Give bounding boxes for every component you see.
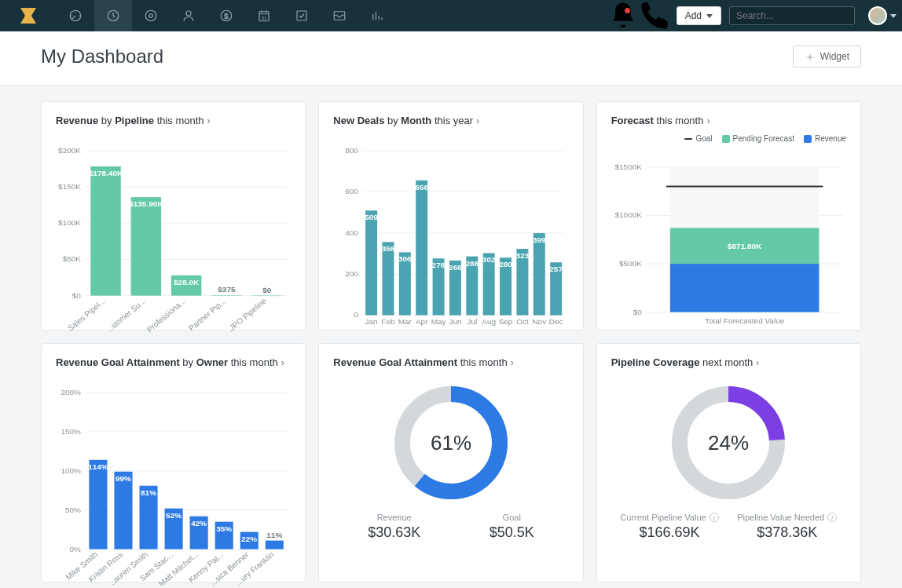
svg-text:$150K: $150K bbox=[58, 182, 81, 191]
svg-text:$178.40K: $178.40K bbox=[89, 169, 123, 177]
svg-text:$1000K: $1000K bbox=[614, 211, 642, 220]
svg-text:600: 600 bbox=[346, 187, 359, 195]
svg-rect-51 bbox=[383, 242, 394, 315]
logo[interactable] bbox=[0, 0, 57, 31]
add-widget-button[interactable]: ＋ Widget bbox=[793, 46, 861, 68]
metric-value: $378.36K bbox=[757, 524, 817, 541]
svg-rect-111 bbox=[114, 472, 132, 550]
phone-icon[interactable] bbox=[639, 0, 670, 31]
metric-label: Pipeline Value Neededi bbox=[737, 513, 837, 522]
svg-text:Feb: Feb bbox=[382, 317, 396, 326]
svg-text:31: 31 bbox=[262, 16, 267, 20]
svg-text:61%: 61% bbox=[431, 431, 471, 455]
svg-text:306: 306 bbox=[398, 254, 412, 263]
svg-text:Dec: Dec bbox=[549, 317, 563, 326]
avatar bbox=[868, 6, 887, 25]
nav-dashboard-icon[interactable] bbox=[57, 0, 94, 31]
add-widget-label: Widget bbox=[820, 51, 849, 62]
widget-title[interactable]: Pipeline Coverage next month › bbox=[611, 356, 846, 368]
svg-text:Jul: Jul bbox=[468, 317, 478, 326]
widget-rga-total: Revenue Goal Attainment this month › 61%… bbox=[318, 343, 583, 583]
widget-pipeline-coverage: Pipeline Coverage next month › 24% Curre… bbox=[596, 343, 861, 583]
svg-text:35%: 35% bbox=[216, 524, 232, 533]
bar-chart: 0%50%100%150%200%114%Mike Smith99%Kristi… bbox=[56, 387, 291, 586]
widget-rga-by-owner: Revenue Goal Attainment by Owner this mo… bbox=[41, 343, 306, 583]
svg-text:0%: 0% bbox=[70, 545, 82, 553]
nav-dollar-icon[interactable] bbox=[207, 0, 245, 31]
add-button[interactable]: Add bbox=[676, 6, 721, 25]
svg-text:...JPO Pipeline: ...JPO Pipeline bbox=[222, 296, 268, 332]
nav-inbox-icon[interactable] bbox=[321, 0, 358, 31]
svg-text:99%: 99% bbox=[116, 474, 131, 483]
metric: Pipeline Value Neededi $378.36K bbox=[737, 513, 837, 541]
donut-chart: 24% bbox=[662, 376, 795, 509]
chevron-right-icon: › bbox=[706, 115, 710, 126]
svg-text:May: May bbox=[431, 317, 446, 326]
forecast-legend: Goal Pending Forecast Revenue bbox=[611, 134, 846, 143]
nav-profile-icon[interactable] bbox=[170, 0, 207, 31]
svg-text:$871.80K: $871.80K bbox=[728, 243, 762, 251]
dashboard-grid: Revenue by Pipeline this month › $0$50K$… bbox=[0, 86, 902, 588]
chevron-right-icon: › bbox=[511, 357, 514, 368]
notification-badge bbox=[625, 8, 630, 13]
svg-text:$50K: $50K bbox=[63, 254, 82, 263]
svg-rect-57 bbox=[416, 181, 428, 316]
bar-chart: 0200400600800509Jan356Feb306Mar656Apr276… bbox=[333, 145, 568, 332]
svg-rect-93 bbox=[669, 264, 819, 312]
svg-text:323: 323 bbox=[516, 251, 530, 260]
info-icon[interactable]: i bbox=[710, 513, 719, 522]
svg-text:266: 266 bbox=[449, 263, 462, 272]
svg-text:200%: 200% bbox=[60, 388, 81, 396]
search-box[interactable] bbox=[729, 6, 855, 25]
svg-text:$0: $0 bbox=[262, 286, 272, 294]
nav-calendar-icon[interactable]: 31 bbox=[245, 0, 283, 31]
metric: Current Pipeline Valuei $166.69K bbox=[620, 513, 718, 541]
chevron-down-icon bbox=[706, 14, 713, 18]
svg-text:...stomer Su...: ...stomer Su... bbox=[104, 297, 148, 333]
svg-text:257: 257 bbox=[550, 265, 563, 273]
notifications-icon[interactable] bbox=[607, 0, 639, 31]
search-input[interactable] bbox=[736, 10, 854, 21]
svg-text:11%: 11% bbox=[266, 531, 282, 539]
svg-text:Jan: Jan bbox=[365, 317, 378, 326]
metric-label: Revenue bbox=[377, 513, 412, 522]
page-header: My Dashboard ＋ Widget bbox=[0, 31, 902, 86]
svg-text:Nov: Nov bbox=[533, 317, 547, 326]
widget-forecast: Forecast this month › Goal Pending Forec… bbox=[596, 101, 861, 331]
widget-title[interactable]: Revenue Goal Attainment by Owner this mo… bbox=[56, 356, 291, 368]
metric-value: $50.5K bbox=[490, 524, 534, 541]
widget-revenue-by-pipeline: Revenue by Pipeline this month › $0$50K$… bbox=[41, 101, 306, 331]
svg-text:$375: $375 bbox=[218, 285, 236, 294]
metric: Goal $50.5K bbox=[490, 513, 534, 541]
nav-check-icon[interactable] bbox=[283, 0, 321, 31]
info-icon[interactable]: i bbox=[827, 513, 837, 522]
nav-circle-dot-icon[interactable] bbox=[132, 0, 170, 31]
chevron-right-icon: › bbox=[281, 357, 284, 368]
svg-text:Jun: Jun bbox=[449, 317, 462, 326]
svg-text:42%: 42% bbox=[191, 519, 207, 528]
metric-value: $30.63K bbox=[368, 524, 420, 541]
user-menu[interactable] bbox=[863, 0, 902, 31]
svg-text:Sales Pipel...: Sales Pipel... bbox=[66, 297, 107, 333]
widget-title[interactable]: Revenue by Pipeline this month › bbox=[56, 115, 291, 126]
nav-clock-icon[interactable] bbox=[94, 0, 132, 31]
svg-text:Aug: Aug bbox=[482, 317, 497, 326]
svg-text:$100K: $100K bbox=[58, 218, 81, 227]
svg-text:400: 400 bbox=[346, 228, 359, 237]
svg-rect-48 bbox=[365, 210, 377, 315]
svg-text:22%: 22% bbox=[241, 535, 257, 543]
svg-text:$200K: $200K bbox=[58, 146, 81, 155]
svg-text:$1500K: $1500K bbox=[614, 163, 642, 171]
svg-text:Mar: Mar bbox=[398, 317, 412, 326]
svg-rect-10 bbox=[334, 12, 345, 20]
add-button-label: Add bbox=[685, 10, 702, 21]
top-nav: 31 Add bbox=[0, 0, 902, 31]
svg-text:$135.90K: $135.90K bbox=[129, 199, 163, 208]
metric-value: $166.69K bbox=[639, 524, 699, 541]
widget-title[interactable]: Revenue Goal Attainment this month › bbox=[333, 356, 568, 368]
svg-text:114%: 114% bbox=[88, 462, 108, 471]
widget-title[interactable]: Forecast this month › bbox=[611, 115, 846, 126]
svg-text:286: 286 bbox=[466, 259, 479, 268]
widget-title[interactable]: New Deals by Month this year › bbox=[333, 115, 568, 126]
nav-bars-icon[interactable] bbox=[358, 0, 396, 31]
